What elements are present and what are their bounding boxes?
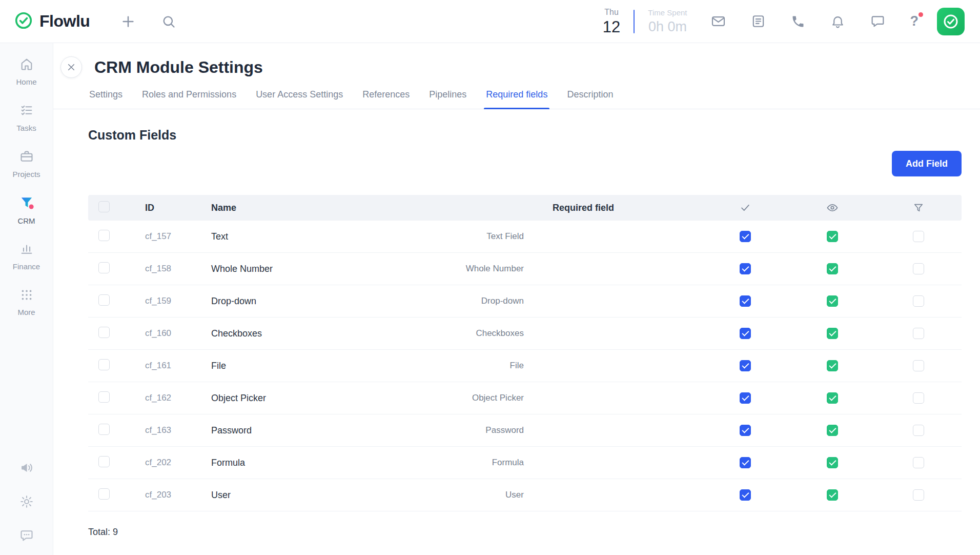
required-checkbox[interactable] [740,263,751,274]
table-row: cf_161 File File [88,350,962,382]
more-icon [20,288,33,304]
filter-checkbox[interactable] [913,392,924,404]
row-select-checkbox[interactable] [98,456,110,467]
table-header-row: ID Name Required field [88,195,962,221]
visible-checkbox[interactable] [827,392,838,404]
filter-checkbox[interactable] [913,360,924,371]
mail-icon[interactable] [711,14,726,29]
avatar[interactable] [937,8,965,35]
help-icon[interactable]: ? [910,14,919,28]
field-name: File [204,361,342,371]
sidebar-bottom [19,461,34,555]
tab-user-access-settings[interactable]: User Access Settings [255,89,344,109]
tab-references[interactable]: References [361,89,411,109]
sidebar-item-label: CRM [17,216,35,225]
table-body: cf_157 Text Text Field cf_158 Whole Numb… [88,221,962,511]
sidebar-item-home[interactable]: Home [0,48,53,94]
required-checkbox[interactable] [740,231,751,242]
add-field-button[interactable]: Add Field [892,151,962,176]
filter-checkbox[interactable] [913,295,924,307]
field-required-label: Drop-down [342,296,701,306]
required-checkbox[interactable] [740,425,751,436]
filter-checkbox[interactable] [913,457,924,468]
filter-checkbox[interactable] [913,263,924,274]
field-id-link[interactable]: cf_161 [145,361,171,370]
table-row: cf_159 Drop-down Drop-down [88,285,962,318]
visible-checkbox[interactable] [827,425,838,436]
row-select-checkbox[interactable] [98,488,110,500]
field-id-link[interactable]: cf_163 [145,425,171,435]
field-id-link[interactable]: cf_202 [145,458,171,467]
notes-icon[interactable] [751,14,766,29]
column-header-name: Name [204,203,342,213]
flowlu-logo[interactable]: Flowlu [14,11,90,32]
visible-checkbox[interactable] [827,295,838,307]
filter-icon [875,202,962,213]
phone-icon[interactable] [791,14,805,29]
bell-icon[interactable] [830,14,845,29]
field-id-link[interactable]: cf_158 [145,264,171,273]
search-icon[interactable] [161,14,176,29]
filter-checkbox[interactable] [913,425,924,436]
visible-checkbox[interactable] [827,457,838,468]
tab-roles-and-permissions[interactable]: Roles and Permissions [141,89,237,109]
field-id-link[interactable]: cf_160 [145,328,171,338]
field-required-label: Checkboxes [342,328,701,339]
field-id-link[interactable]: cf_203 [145,490,171,500]
tab-pipelines[interactable]: Pipelines [428,89,467,109]
row-select-checkbox[interactable] [98,424,110,435]
row-select-checkbox[interactable] [98,391,110,403]
whats-new-icon[interactable] [19,461,34,475]
settings-icon[interactable] [19,494,34,509]
required-checkbox[interactable] [740,295,751,307]
sidebar-item-crm[interactable]: CRM [0,187,53,233]
sidebar-item-more[interactable]: More [0,279,53,325]
visible-checkbox[interactable] [827,360,838,371]
field-id-link[interactable]: cf_157 [145,231,171,241]
chat-icon[interactable] [870,14,885,29]
field-name: Password [204,425,342,436]
required-checkbox[interactable] [740,328,751,339]
filter-checkbox[interactable] [913,328,924,339]
required-checkbox[interactable] [740,457,751,468]
row-select-checkbox[interactable] [98,294,110,306]
close-icon[interactable] [60,56,82,78]
row-select-checkbox[interactable] [98,359,110,370]
time-spent-value: 0h 0m [648,19,687,34]
row-select-checkbox[interactable] [98,230,110,241]
required-checkbox[interactable] [740,392,751,404]
field-id-link[interactable]: cf_162 [145,393,171,403]
date-day-of-week: Thu [603,8,620,16]
field-id-link[interactable]: cf_159 [145,296,171,306]
select-all-checkbox[interactable] [98,201,110,212]
sidebar-item-projects[interactable]: Projects [0,141,53,187]
field-name: Formula [204,458,342,468]
sidebar-item-tasks[interactable]: Tasks [0,94,53,141]
check-icon [701,202,789,213]
filter-checkbox[interactable] [913,231,924,242]
date-number: 12 [603,19,620,35]
field-required-label: Text Field [342,231,701,242]
time-spent-widget[interactable]: Time Spent 0h 0m [648,9,687,34]
topbar-icons: ? [711,14,919,29]
row-select-checkbox[interactable] [98,262,110,273]
required-checkbox[interactable] [740,489,751,501]
help-notification-dot [918,12,923,17]
tab-required-fields[interactable]: Required fields [485,89,548,109]
visible-checkbox[interactable] [827,231,838,242]
field-name: User [204,490,342,501]
support-chat-icon[interactable] [19,528,34,543]
visible-checkbox[interactable] [827,263,838,274]
row-select-checkbox[interactable] [98,327,110,338]
calendar-date-widget[interactable]: Thu 12 [603,8,620,35]
filter-checkbox[interactable] [913,489,924,501]
tab-description[interactable]: Description [566,89,614,109]
visible-checkbox[interactable] [827,489,838,501]
visible-checkbox[interactable] [827,328,838,339]
sidebar-item-label: More [17,308,35,316]
table-row: cf_160 Checkboxes Checkboxes [88,318,962,350]
sidebar-item-finance[interactable]: Finance [0,233,53,279]
create-plus-icon[interactable] [120,14,136,29]
tab-settings[interactable]: Settings [88,89,124,109]
required-checkbox[interactable] [740,360,751,371]
